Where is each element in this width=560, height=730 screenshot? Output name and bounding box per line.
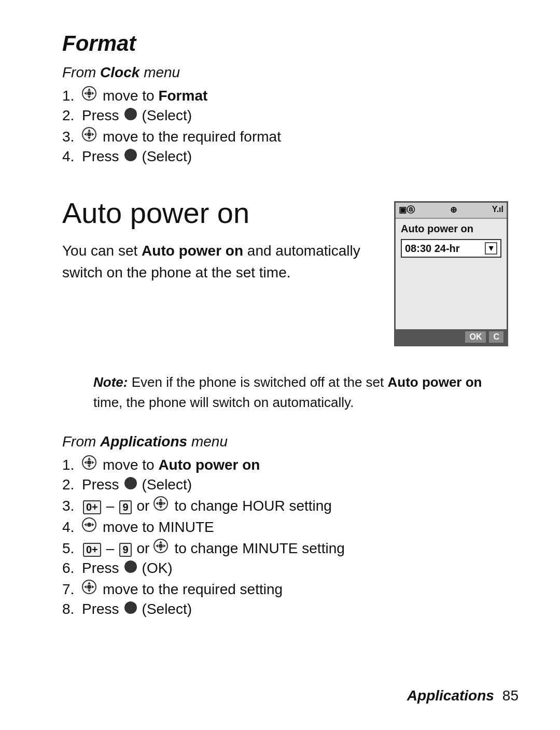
phone-body: Auto power on 08:30 24-hr ▼ [396, 219, 507, 297]
svg-point-27 [87, 523, 91, 527]
status-icon-signal: Y.ıl [492, 205, 503, 216]
svg-marker-8 [88, 137, 91, 139]
applications-section: From Applications menu 1. move to Auto p… [62, 433, 508, 617]
svg-marker-38 [92, 585, 94, 588]
svg-marker-3 [84, 92, 87, 95]
svg-marker-29 [159, 541, 162, 543]
status-icon-alarm: ⊕ [450, 205, 457, 216]
svg-marker-16 [92, 461, 94, 464]
svg-point-11 [87, 132, 91, 136]
app-step-6: 6. Press (OK) [62, 560, 508, 577]
svg-marker-22 [163, 502, 166, 505]
ok-button: OK [465, 331, 486, 343]
svg-point-23 [159, 501, 163, 506]
svg-marker-25 [84, 523, 87, 526]
select-icon [124, 560, 137, 573]
svg-marker-36 [88, 589, 91, 592]
format-steps: 1. move to Format 2. Press (Select) [62, 86, 508, 165]
app-step-5: 5. 0+ – 9 or to change MINUTE setting [62, 539, 508, 557]
auto-power-desc: You can set Auto power on and automatica… [62, 240, 373, 284]
svg-marker-26 [92, 523, 94, 526]
svg-marker-30 [159, 549, 162, 551]
auto-power-text: Auto power on You can set Auto power on … [62, 196, 373, 346]
key-icon-0-2: 0+ [83, 543, 101, 557]
app-step-7: 7. move to the required setting [62, 580, 508, 598]
phone-statusbar: ▣ⓐ ⊕ Y.ıl [396, 203, 507, 219]
format-from-label: From Clock menu [62, 64, 508, 81]
svg-marker-10 [92, 133, 94, 136]
disc-icon [82, 127, 96, 142]
format-step-1: 1. move to Format [62, 86, 508, 104]
status-icon-sim: ▣ⓐ [399, 205, 415, 216]
svg-marker-13 [88, 457, 91, 460]
c-button: C [489, 331, 503, 343]
disc-icon [82, 455, 96, 470]
format-step-4: 4. Press (Select) [62, 148, 508, 165]
app-step-3: 3. 0+ – 9 or to change HOUR setting [62, 496, 508, 514]
svg-marker-7 [88, 129, 91, 132]
applications-from-label: From Applications menu [62, 433, 508, 450]
format-step-3: 3. move to the required format [62, 127, 508, 145]
disc-icon [153, 496, 168, 511]
svg-marker-19 [159, 498, 162, 501]
phone-screen-title: Auto power on [401, 223, 501, 235]
app-step-1: 1. move to Auto power on [62, 455, 508, 473]
phone-time-display: 08:30 24-hr ▼ [401, 239, 501, 258]
page-footer: Applications 85 [407, 687, 519, 704]
svg-point-17 [87, 460, 91, 465]
disc-icon [82, 580, 96, 594]
format-title: Format [62, 31, 508, 56]
svg-marker-20 [159, 506, 162, 509]
svg-marker-21 [156, 502, 158, 505]
app-step-8: 8. Press (Select) [62, 601, 508, 617]
footer-applications-label: Applications [407, 687, 494, 704]
select-icon [124, 149, 137, 161]
applications-steps: 1. move to Auto power on 2. Press (Selec… [62, 455, 508, 617]
svg-marker-4 [92, 92, 94, 95]
svg-point-33 [159, 544, 163, 548]
svg-marker-31 [156, 544, 158, 548]
select-icon [124, 108, 137, 120]
svg-marker-2 [88, 96, 91, 99]
format-step-2: 2. Press (Select) [62, 107, 508, 124]
svg-marker-32 [163, 544, 166, 548]
svg-marker-9 [84, 133, 87, 136]
app-step-4: 4. move to MINUTE [62, 517, 508, 536]
phone-bottom-bar: OK C [396, 329, 507, 345]
key-icon-9-2: 9 [119, 543, 131, 557]
footer-page-number: 85 [502, 687, 519, 704]
svg-marker-37 [84, 585, 87, 588]
svg-marker-35 [88, 582, 91, 584]
app-step-2: 2. Press (Select) [62, 476, 508, 493]
select-icon [124, 477, 137, 489]
svg-marker-14 [88, 465, 91, 468]
svg-point-5 [87, 91, 91, 95]
format-section: Format From Clock menu 1. move to Format [62, 31, 508, 165]
key-icon-9: 9 [119, 500, 131, 514]
key-icon-0: 0+ [83, 500, 101, 514]
svg-marker-1 [88, 88, 91, 91]
svg-point-39 [87, 585, 91, 589]
disc-icon [153, 539, 168, 553]
disc-icon [82, 86, 96, 101]
svg-marker-15 [84, 461, 87, 464]
select-icon [124, 601, 137, 614]
note-block: Note: Even if the phone is switched off … [62, 372, 508, 413]
auto-power-section: Auto power on You can set Auto power on … [62, 196, 508, 346]
phone-screen: ▣ⓐ ⊕ Y.ıl Auto power on 08:30 24-hr ▼ OK… [394, 201, 508, 346]
phone-spacer [401, 262, 501, 293]
auto-power-title: Auto power on [62, 196, 373, 230]
scroll-arrow: ▼ [485, 242, 497, 255]
move-left-icon [82, 517, 96, 532]
